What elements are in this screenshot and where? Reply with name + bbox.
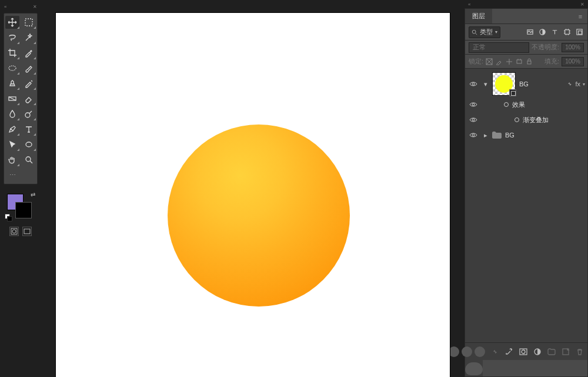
fx-header-label: 效果	[512, 100, 585, 109]
blur-tool[interactable]	[5, 107, 19, 120]
svg-point-4	[26, 142, 32, 147]
lasso-tool[interactable]	[5, 31, 19, 44]
svg-point-21	[472, 134, 475, 136]
history-brush-tool[interactable]	[22, 77, 36, 90]
filter-pixel-icon[interactable]	[525, 28, 534, 37]
link-layers-button[interactable]	[491, 347, 499, 356]
layer-row-fx-header[interactable]: 效果	[465, 97, 587, 112]
close-icon[interactable]: ✕	[33, 4, 37, 9]
svg-rect-12	[564, 30, 569, 34]
tool-panel-header[interactable]: « ✕	[3, 2, 38, 11]
svg-point-19	[472, 103, 475, 106]
layer-row-fx-gradient[interactable]: 渐变叠加	[465, 112, 587, 127]
chevron-down-icon: ▾	[583, 82, 585, 87]
fx-dot-icon	[514, 117, 519, 122]
layer-row-bg-shape[interactable]: ▾ BG fx ▾	[465, 71, 587, 97]
filter-smart-icon[interactable]	[574, 28, 584, 37]
close-icon[interactable]: ✕	[580, 2, 584, 7]
frame-tool[interactable]	[5, 62, 19, 75]
zoom-tool[interactable]	[22, 153, 36, 166]
collapse-left-icon[interactable]: «	[468, 2, 470, 7]
filter-type-icon[interactable]	[550, 28, 559, 37]
layers-panel: 图层 ≡ 类型 ▾ 正常 不透明度:	[465, 8, 588, 377]
background-color[interactable]	[15, 202, 32, 218]
opacity-value[interactable]: 100%	[562, 43, 584, 52]
pen-tool[interactable]	[5, 123, 19, 136]
blend-mode-select[interactable]: 正常	[469, 42, 529, 53]
watermark-big-paw	[465, 360, 483, 376]
filter-kind-select[interactable]: 类型 ▾	[469, 26, 500, 38]
right-dock: « ✕ 图层 ≡ 类型 ▾	[465, 0, 588, 377]
layer-fx-indicator[interactable]: fx ▾	[567, 80, 585, 87]
orange-circle-shape[interactable]	[168, 124, 350, 307]
screen-mode-button[interactable]	[22, 227, 32, 236]
document-canvas[interactable]	[56, 13, 450, 377]
lock-artboard-icon[interactable]	[516, 58, 523, 65]
hand-tool[interactable]	[5, 153, 19, 166]
type-tool[interactable]	[22, 123, 36, 136]
layer-name[interactable]: BG	[505, 132, 585, 139]
eyedropper-tool[interactable]	[22, 46, 36, 59]
layer-mask-button[interactable]	[519, 347, 527, 356]
clone-stamp-tool[interactable]	[5, 77, 19, 90]
lock-position-icon[interactable]	[506, 58, 513, 65]
fill-label: 填充:	[544, 57, 559, 66]
panel-menu-icon[interactable]: ≡	[573, 9, 587, 23]
quickmask-toggle[interactable]	[9, 227, 19, 236]
lock-brush-icon[interactable]	[496, 58, 503, 65]
visibility-toggle[interactable]	[467, 102, 479, 107]
svg-point-7	[12, 230, 16, 233]
lock-pixels-icon[interactable]	[486, 58, 493, 65]
opacity-label: 不透明度:	[532, 43, 559, 52]
layers-footer	[465, 342, 587, 360]
layer-name[interactable]: BG	[519, 80, 563, 87]
chevron-down-icon: ▾	[495, 29, 497, 35]
default-colors-icon[interactable]	[5, 214, 12, 221]
disclosure-icon[interactable]: ▸	[483, 132, 489, 139]
eraser-tool[interactable]	[22, 92, 36, 105]
collapse-left-icon[interactable]: «	[4, 4, 6, 9]
lock-fill-row: 锁定: 填充: 100%	[465, 55, 587, 69]
visibility-toggle[interactable]	[467, 81, 479, 87]
extra-tool[interactable]: ⋯	[5, 169, 19, 181]
crop-tool[interactable]	[5, 46, 19, 59]
tool-strip: « ✕ ⋯ ⇄	[0, 0, 41, 377]
dodge-tool[interactable]	[22, 107, 36, 120]
folder-icon	[492, 132, 502, 139]
delete-layer-button[interactable]	[576, 347, 584, 356]
visibility-toggle[interactable]	[467, 117, 479, 123]
dock-header[interactable]: « ✕	[465, 0, 588, 8]
layer-row-bg-group[interactable]: ▸ BG	[465, 127, 587, 143]
svg-point-5	[26, 157, 31, 161]
path-select-tool[interactable]	[5, 138, 19, 151]
layer-thumbnail[interactable]	[492, 72, 516, 96]
watermark-paws	[449, 346, 485, 357]
svg-point-18	[472, 83, 475, 85]
adjustment-layer-button[interactable]	[533, 347, 542, 356]
svg-rect-8	[24, 229, 30, 234]
visibility-toggle[interactable]	[467, 132, 479, 138]
brush-tool[interactable]	[22, 62, 36, 75]
lock-all-icon[interactable]	[526, 58, 533, 65]
svg-rect-16	[517, 60, 522, 63]
svg-point-1	[9, 66, 16, 70]
fill-value[interactable]: 100%	[562, 57, 584, 66]
magic-wand-tool[interactable]	[22, 31, 36, 44]
gradient-tool[interactable]	[5, 92, 19, 105]
artboard-tool[interactable]	[22, 16, 36, 29]
tab-layers[interactable]: 图层	[465, 9, 492, 23]
tool-grid: ⋯	[4, 13, 38, 184]
disclosure-icon[interactable]: ▾	[483, 80, 489, 88]
move-tool[interactable]	[5, 16, 19, 29]
group-layers-button[interactable]	[547, 347, 556, 356]
svg-point-24	[522, 350, 525, 354]
layer-filter-row: 类型 ▾	[465, 24, 587, 41]
filter-shape-icon[interactable]	[562, 28, 572, 37]
canvas-area	[41, 0, 465, 377]
svg-point-9	[472, 30, 476, 33]
swap-colors-icon[interactable]: ⇄	[31, 191, 35, 198]
layer-style-button[interactable]	[505, 347, 513, 356]
new-layer-button[interactable]	[562, 347, 570, 356]
ellipse-tool[interactable]	[22, 138, 36, 151]
filter-adjust-icon[interactable]	[537, 28, 547, 37]
